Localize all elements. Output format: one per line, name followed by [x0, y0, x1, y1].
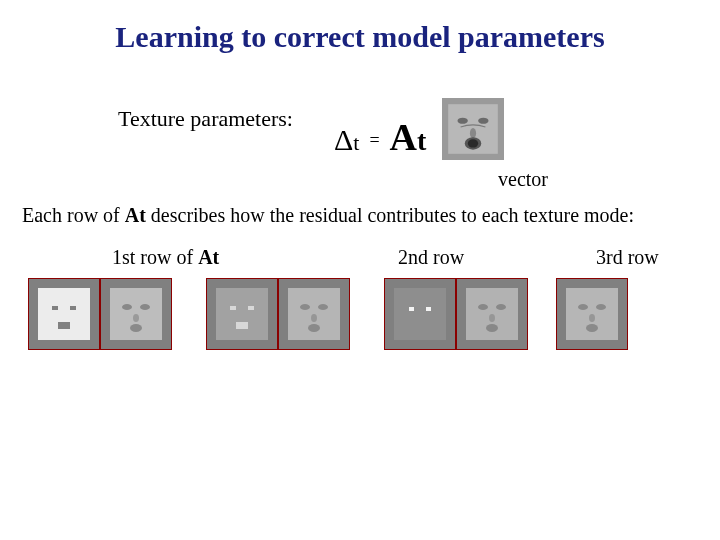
row1-At: At — [198, 246, 219, 268]
equation-equals: = — [369, 130, 379, 151]
page-title: Learning to correct model parameters — [0, 20, 720, 54]
face-pair-2 — [206, 278, 384, 350]
svg-rect-8 — [52, 306, 58, 310]
svg-point-23 — [311, 314, 317, 322]
delta-symbol: Δ — [334, 123, 353, 156]
texture-parameters-label: Texture parameters: — [118, 106, 293, 132]
desc-post: describes how the residual contributes t… — [146, 204, 634, 226]
svg-rect-18 — [248, 306, 254, 310]
row-label-1: 1st row of At — [112, 246, 219, 269]
svg-rect-25 — [394, 288, 446, 340]
svg-point-2 — [458, 118, 468, 124]
svg-point-36 — [589, 314, 595, 322]
face-tex-4 — [556, 278, 628, 350]
svg-point-37 — [586, 324, 598, 332]
svg-point-34 — [578, 304, 588, 310]
equation: Δt = At — [334, 88, 504, 159]
svg-rect-26 — [409, 307, 414, 311]
svg-point-12 — [122, 304, 132, 310]
svg-rect-10 — [58, 322, 70, 329]
svg-point-29 — [478, 304, 488, 310]
face-pair-1 — [28, 278, 206, 350]
svg-rect-9 — [70, 306, 76, 310]
svg-point-22 — [318, 304, 328, 310]
vector-label: vector — [498, 168, 548, 191]
desc-At: At — [125, 204, 146, 226]
faces-row — [28, 278, 628, 350]
svg-rect-27 — [426, 307, 431, 311]
svg-point-21 — [300, 304, 310, 310]
svg-point-32 — [486, 324, 498, 332]
face-sim-3 — [384, 278, 456, 350]
svg-rect-17 — [230, 306, 236, 310]
face-tex-2 — [278, 278, 350, 350]
svg-point-24 — [308, 324, 320, 332]
svg-point-14 — [133, 314, 139, 322]
description-line: Each row of At describes how the residua… — [22, 204, 634, 227]
row1-pre: 1st row — [112, 246, 171, 268]
desc-pre: Each row of — [22, 204, 125, 226]
delta-sub-t: t — [353, 130, 359, 155]
svg-point-31 — [489, 314, 495, 322]
equation-A-sub-t: t — [417, 125, 426, 156]
svg-point-13 — [140, 304, 150, 310]
svg-rect-16 — [216, 288, 268, 340]
svg-rect-19 — [236, 322, 248, 329]
svg-point-30 — [496, 304, 506, 310]
row-label-2: 2nd row — [398, 246, 464, 269]
face-tex-3 — [456, 278, 528, 350]
svg-point-15 — [130, 324, 142, 332]
svg-point-6 — [468, 139, 478, 147]
face-sim-1 — [28, 278, 100, 350]
equation-A: A — [390, 116, 417, 158]
svg-point-4 — [470, 128, 476, 138]
face-pair-3 — [384, 278, 556, 350]
row-label-3: 3rd row — [596, 246, 659, 269]
face-tex-1 — [100, 278, 172, 350]
equation-delta-t: Δt — [334, 123, 359, 157]
svg-point-3 — [479, 118, 489, 124]
row1-of: of — [171, 246, 198, 268]
equation-At: At — [390, 115, 427, 159]
equation-face-image — [442, 98, 504, 160]
face-sim-2 — [206, 278, 278, 350]
svg-rect-7 — [38, 288, 90, 340]
svg-point-35 — [596, 304, 606, 310]
